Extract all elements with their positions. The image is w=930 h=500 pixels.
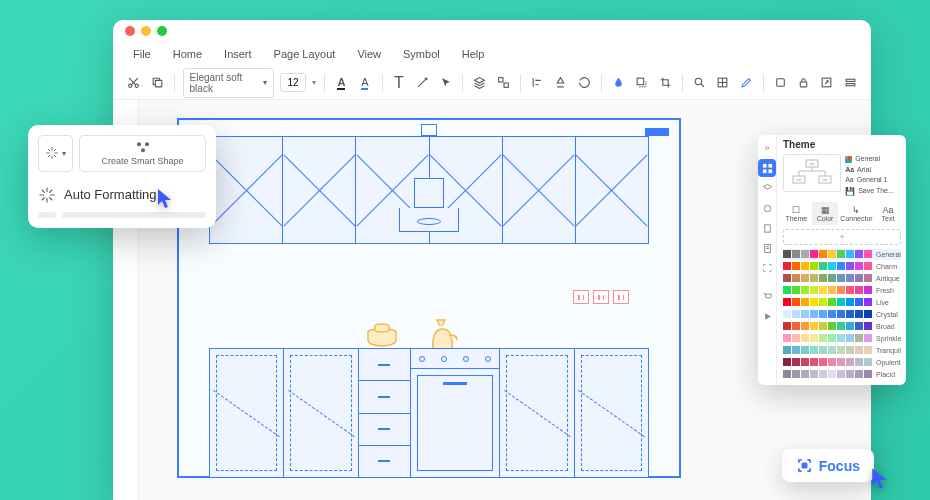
export-icon[interactable] [818,72,835,94]
lock-icon[interactable] [795,72,812,94]
strip-cart[interactable] [758,287,776,305]
swatch [864,250,872,258]
fill-icon[interactable] [610,72,627,94]
strip-expand[interactable]: ⛶ [758,259,776,277]
menu-insert[interactable]: Insert [214,45,262,63]
svg-rect-31 [802,463,806,467]
menu-symbol[interactable]: Symbol [393,45,450,63]
swatch [783,250,791,258]
menu-file[interactable]: File [123,45,161,63]
strip-page[interactable] [758,219,776,237]
swatch [810,286,818,294]
menu-help[interactable]: Help [452,45,495,63]
font-size-input[interactable] [280,73,306,92]
minimize-dot[interactable] [141,26,151,36]
swatch [846,250,854,258]
swatch [819,358,827,366]
shadow-icon[interactable] [633,72,650,94]
palette-row-sprinkle[interactable]: Sprinkle [783,333,901,344]
strip-layers[interactable] [758,179,776,197]
close-dot[interactable] [125,26,135,36]
cut-icon[interactable] [125,72,142,94]
progress-row [38,212,206,218]
rotate-icon[interactable] [576,72,593,94]
table-icon[interactable] [714,72,731,94]
text-tool-icon[interactable]: T [390,72,407,94]
group-icon[interactable] [495,72,512,94]
settings-icon[interactable] [772,72,789,94]
align-icon[interactable] [529,72,546,94]
swatch [819,286,827,294]
strip-play[interactable] [758,307,776,325]
palette-row-placid[interactable]: Placid [783,369,901,380]
tab-theme[interactable]: ☐Theme [783,202,810,225]
palette-row-fresh[interactable]: Fresh [783,285,901,296]
swatch [837,250,845,258]
swatch [810,310,818,318]
swatch [792,298,800,306]
font-color-icon[interactable]: A [333,72,350,94]
pen-icon[interactable] [737,72,754,94]
create-smart-shape-button[interactable]: Create Smart Shape [79,135,206,172]
preview-item-general: General [855,154,880,165]
strip-grid[interactable] [758,159,776,177]
menu-page-layout[interactable]: Page Layout [264,45,346,63]
strip-doc[interactable] [758,239,776,257]
swatch [864,310,872,318]
swatch [828,370,836,378]
palette-row-live[interactable]: Live [783,297,901,308]
preview-item-general1: General 1 [857,175,888,186]
palette-row-broad[interactable]: Broad [783,321,901,332]
crop-icon[interactable] [656,72,673,94]
palette-row-crystal[interactable]: Crystal [783,309,901,320]
palette-row-opulent[interactable]: Opulent [783,357,901,368]
palette-row-antique[interactable]: Antique [783,273,901,284]
tab-connector[interactable]: ↳Connector [840,202,872,225]
swatch [783,262,791,270]
maximize-dot[interactable] [157,26,167,36]
swatch [819,370,827,378]
swatch [792,286,800,294]
svg-point-6 [695,78,702,85]
swatch [783,370,791,378]
svg-rect-5 [637,78,644,85]
cabinet-6 [576,137,648,243]
preview-item-arial: Arial [857,165,871,176]
strip-collapse[interactable]: » [758,139,776,157]
layers-icon[interactable] [471,72,488,94]
shape-cluster-icon [135,140,151,154]
swatch [792,322,800,330]
auto-formatting-popup: ▾ Create Smart Shape Auto Formatting [28,125,216,228]
palette-row-general[interactable]: General [783,249,901,260]
strip-gear[interactable] [758,199,776,217]
highlight-icon[interactable]: A [356,72,373,94]
font-select[interactable]: Elegant soft black▾ [183,68,274,98]
palette-row-charm[interactable]: Charm [783,261,901,272]
focus-icon [796,457,813,474]
swatch [864,262,872,270]
palette-row-tranquil[interactable]: Tranquil [783,345,901,356]
search-icon[interactable] [691,72,708,94]
sparkle-button[interactable]: ▾ [38,135,73,172]
theme-preview-diagram[interactable]: texttexttext [783,154,841,192]
menu-view[interactable]: View [347,45,391,63]
copy-icon[interactable] [148,72,165,94]
select-icon[interactable] [437,72,454,94]
panel-top-right [645,128,669,136]
tab-color[interactable]: ▦Color [812,202,839,225]
auto-formatting-row[interactable]: Auto Formatting [38,180,206,206]
menu-home[interactable]: Home [163,45,212,63]
focus-button[interactable]: Focus [782,449,874,482]
lower-cab-5 [500,349,574,477]
swatch [837,322,845,330]
swatch [864,322,872,330]
swatch [855,322,863,330]
swatch [819,298,827,306]
swatch [801,358,809,366]
distribute-icon[interactable] [552,72,569,94]
swatch [864,346,872,354]
more-icon[interactable] [842,72,859,94]
connector-icon[interactable] [414,72,431,94]
tab-text[interactable]: AaText [875,202,902,225]
add-palette-button[interactable]: + [783,229,901,245]
